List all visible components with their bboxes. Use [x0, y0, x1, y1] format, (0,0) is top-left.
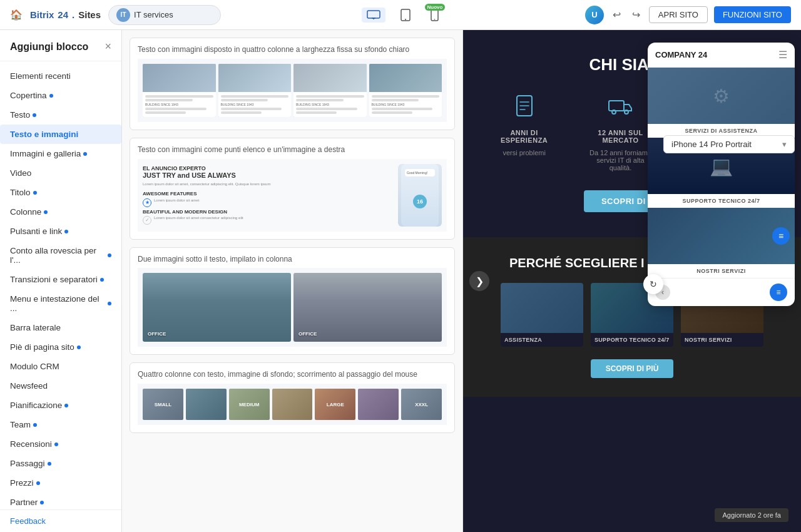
phone-section-label-2: SUPPORTO TECNICO 24/7	[648, 194, 795, 208]
site-selector[interactable]: IT IT services	[108, 5, 221, 25]
block-text-image-right[interactable]: Testo con immagini come punti elenco e u…	[130, 138, 455, 240]
preview-col-2: BUILDING SINCE 1943	[218, 64, 292, 117]
sidebar-item-titolo[interactable]: Titolo	[0, 183, 121, 202]
dot-indicator	[54, 442, 58, 446]
device-desktop-button[interactable]	[362, 8, 385, 23]
sidebar-item-menu-intestazione[interactable]: Menu e intestazione del ...	[0, 289, 121, 318]
phone-nav-icon[interactable]: ≡	[770, 284, 787, 301]
home-icon[interactable]: 🏠	[10, 9, 23, 21]
sidebar-item-label: Modulo CRM	[10, 362, 59, 371]
sidebar: Aggiungi blocco × Elementi recenti Coper…	[0, 30, 122, 532]
block-label: Testo con immagini come punti elenco e u…	[130, 138, 454, 159]
nav-right: U ↩ ↪ APRI SITO FUNZIONI SITO	[585, 6, 791, 24]
aggiornato-badge: Aggiornato 2 ore fa	[715, 508, 788, 522]
website-bg: CHI SIAMO ANNI DIESPERIENZA versi proble…	[463, 30, 801, 532]
scroll-item-4	[272, 389, 313, 420]
apri-sito-button[interactable]: APRI SITO	[649, 6, 708, 23]
iphone-selector[interactable]: iPhone 14 Pro Portrait ▾	[663, 135, 795, 153]
svg-point-4	[405, 19, 406, 20]
sidebar-item-label: Immagini e galleria	[10, 149, 81, 158]
preview-text-right: EL ANUNCIO EXPERTOJUST TRY and USE ALWAY…	[138, 159, 447, 232]
preview-four-scroll: SMALL MEDIUM LARGE XXXL	[138, 384, 447, 425]
sidebar-title: Aggiungi blocco	[10, 41, 88, 53]
phone-section-image-3: ≡	[648, 208, 795, 264]
website-preview: CHI SIAMO ANNI DIESPERIENZA versi proble…	[463, 30, 801, 532]
block-two-images[interactable]: Due immagini sotto il testo, impilato in…	[130, 247, 455, 356]
sidebar-item-team[interactable]: Team	[0, 415, 121, 434]
sidebar-item-recensioni[interactable]: Recensioni	[0, 434, 121, 454]
sidebar-item-copertina[interactable]: Copertina	[0, 86, 121, 105]
phone-section-3: ≡ NOSTRI SERVIZI	[648, 208, 795, 278]
preview-two-images: OFFICE OFFICE	[138, 268, 447, 347]
sidebar-item-label: Partner	[10, 498, 38, 507]
phone-bottom-bar: ‹ ≡	[648, 278, 795, 306]
sidebar-item-video[interactable]: Video	[0, 163, 121, 183]
refresh-button[interactable]: ↻	[643, 274, 663, 294]
feedback-button[interactable]: Feedback	[0, 509, 121, 532]
sidebar-item-testo[interactable]: Testo	[0, 105, 121, 125]
svg-rect-8	[609, 101, 624, 111]
preview-col-1: BUILDING SINCE 1943	[143, 64, 216, 117]
why-card-image-1	[501, 283, 583, 333]
preview-four-cols: BUILDING SINCE 1943 BUILDING SINCE 1943	[138, 59, 447, 122]
sidebar-item-elementi-recenti[interactable]: Elementi recenti	[0, 66, 121, 86]
device-mobile-button[interactable]: Nuovo	[426, 6, 444, 24]
sidebar-item-immagini-galleria[interactable]: Immagini e galleria	[0, 144, 121, 163]
block-label: Quattro colonne con testo, immagine di s…	[130, 363, 454, 384]
sidebar-item-transizioni[interactable]: Transizioni e separatori	[0, 270, 121, 289]
preview-nav-arrow[interactable]: ❯	[469, 271, 489, 291]
sidebar-item-conto-rovescia[interactable]: Conto alla rovescia per l'...	[0, 241, 121, 270]
preview-col-4: BUILDING SINCE 1943	[369, 64, 442, 117]
hamburger-icon[interactable]: ☰	[778, 49, 787, 61]
sidebar-close-button[interactable]: ×	[105, 40, 111, 53]
scroll-item-1: SMALL	[143, 389, 183, 420]
sidebar-header: Aggiungi blocco ×	[0, 30, 121, 61]
sidebar-item-newsfeed[interactable]: Newsfeed	[0, 376, 121, 396]
undo-button[interactable]: ↩	[610, 6, 623, 23]
sidebar-item-modulo-crm[interactable]: Modulo CRM	[0, 357, 121, 376]
iphone-label: iPhone 14 Pro Portrait	[671, 140, 752, 149]
sidebar-item-testo-immagini[interactable]: Testo e immagini	[0, 125, 121, 144]
redo-button[interactable]: ↪	[630, 6, 643, 23]
dot-indicator	[33, 113, 36, 117]
dot-indicator	[48, 462, 51, 466]
sidebar-item-barra-laterale[interactable]: Barra laterale	[0, 318, 121, 337]
sidebar-item-label: Pulsanti e link	[10, 227, 62, 236]
sidebar-item-label: Prezzi	[10, 478, 34, 488]
preview-image-1: OFFICE	[143, 273, 291, 342]
stat-desc: versi problemi	[503, 149, 545, 156]
sidebar-item-label: Passaggi	[10, 459, 45, 468]
sidebar-item-colonne[interactable]: Colonne	[0, 202, 121, 222]
phone-panel-header: COMPANY 24 ☰	[648, 43, 795, 68]
app-logo: Bitrix24.Sites	[30, 9, 101, 20]
device-switcher: Nuovo	[228, 6, 578, 24]
dot-indicator	[33, 423, 37, 427]
sidebar-item-prezzi[interactable]: Prezzi	[0, 473, 121, 493]
svg-point-9	[612, 110, 616, 114]
sidebar-item-pianificazione[interactable]: Pianificazione	[0, 396, 121, 415]
phone-mockup: COMPANY 24 ☰ ⚙ SERVIZI DI ASSISTENZA 💻 S…	[648, 43, 795, 306]
sidebar-item-label: Recensioni	[10, 439, 52, 449]
phone-section-image-1: ⚙	[648, 68, 795, 124]
sidebar-item-pie-pagina[interactable]: Piè di pagina sito	[0, 337, 121, 357]
sidebar-item-label: Copertina	[10, 91, 47, 100]
why-card-1: ASSISTENZA	[501, 283, 583, 347]
user-avatar[interactable]: U	[585, 6, 604, 24]
sidebar-item-partner[interactable]: Partner	[0, 493, 121, 509]
sidebar-item-pulsanti-link[interactable]: Pulsanti e link	[0, 222, 121, 241]
block-four-cols[interactable]: Testo con immagini disposto in quattro c…	[130, 38, 455, 130]
block-four-scroll[interactable]: Quattro colonne con testo, immagine di s…	[130, 362, 455, 433]
sidebar-item-label: Titolo	[10, 188, 31, 197]
site-name: IT services	[134, 10, 173, 19]
funzioni-sito-button[interactable]: FUNZIONI SITO	[714, 6, 791, 23]
dot-indicator	[77, 345, 81, 349]
dot-indicator	[64, 404, 68, 407]
scopri-piu-button-2[interactable]: SCOPRI DI PIÙ	[591, 359, 674, 378]
dot-indicator	[33, 191, 37, 195]
device-tablet-button[interactable]	[395, 6, 416, 24]
sidebar-item-passaggi[interactable]: Passaggi	[0, 454, 121, 473]
preview-image-2: OFFICE	[293, 273, 442, 342]
phone-content: ⚙ SERVIZI DI ASSISTENZA 💻 SUPPORTO TECNI…	[648, 68, 795, 278]
blocks-panel: Testo con immagini disposto in quattro c…	[122, 30, 463, 532]
dot-indicator	[44, 210, 48, 214]
